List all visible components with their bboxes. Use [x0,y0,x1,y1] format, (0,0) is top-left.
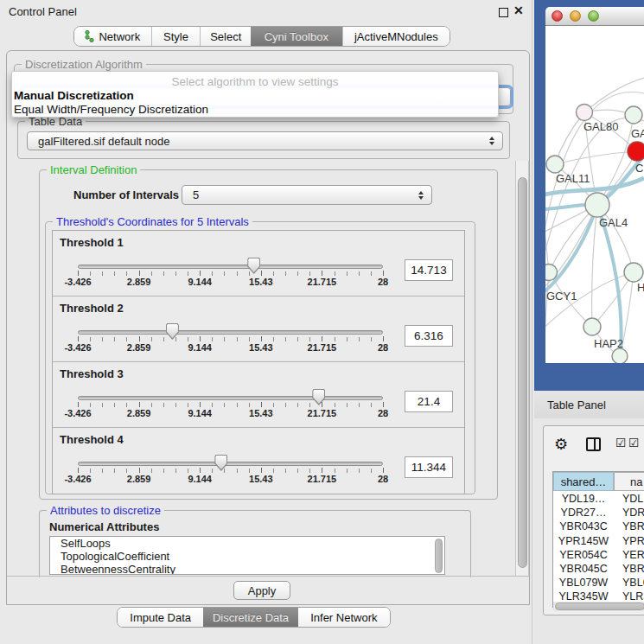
node-table: shared… na YDL19…YDL1 YDR27…YDR2 YBR043C… [552,471,644,608]
node-red[interactable] [628,142,644,161]
svg-text:H: H [637,281,644,294]
svg-text:GCY1: GCY1 [546,290,577,303]
network-icon [85,30,94,42]
number-of-intervals-label: Number of Intervals [73,188,179,201]
svg-text:C: C [635,162,643,175]
thresholds-group-label: Threshold's Coordinates for 5 Intervals [53,215,252,228]
tab-impute-data[interactable]: Impute Data [118,608,203,627]
app-root: Control Panel ✕ Network Style Select Cyn… [0,0,644,644]
discretization-algorithm-group-label: Discretization Algorithm [22,58,146,71]
tick-marks [78,469,384,473]
column-header-shared-name[interactable]: shared… [553,472,614,491]
table-panel-title: Table Panel [547,399,606,411]
tab-network-label: Network [99,30,140,43]
combo-spinner-icon [418,191,424,200]
close-icon[interactable]: ✕ [513,3,524,17]
threshold-3-value-field[interactable]: 21.4 [405,391,453,412]
threshold-3-slider-track[interactable] [78,396,383,400]
svg-text:GAL4: GAL4 [599,216,628,229]
settings-scrollbar-thumb[interactable] [518,177,527,568]
network-view-window: GAL80 GA C GAL11 GAL4 GCY1 H HAP2 [534,0,644,391]
tab-style[interactable]: Style [152,27,201,46]
network-window-titlebar[interactable] [545,7,644,26]
attributes-scrollbar-thumb[interactable] [435,539,443,573]
threshold-2-slider-track[interactable] [78,330,383,335]
combo-spinner-icon [489,137,494,145]
zoom-traffic-light[interactable] [588,10,599,22]
table-panel-header: Table Panel [534,391,644,418]
algorithm-popup: Select algorithm to view settings Manual… [11,71,499,118]
algorithm-popup-hint: Select algorithm to view settings [12,75,498,88]
checkbox-icon[interactable]: ☑ [615,436,627,450]
threshold-4-value-field[interactable]: 11.344 [405,456,453,478]
gear-icon[interactable]: ⚙ [554,435,568,454]
threshold-1-value-field[interactable]: 14.713 [405,259,453,281]
tab-jactivemnodules[interactable]: jActiveMNodules [342,27,450,46]
threshold-rows-container: Threshold 1 -3.426 2.859 9.144 15.43 21.… [52,230,465,494]
network-canvas[interactable]: GAL80 GA C GAL11 GAL4 GCY1 H HAP2 [545,26,644,363]
number-of-intervals-combo[interactable]: 5 [182,185,432,205]
tab-cyni-toolbox[interactable]: Cyni Toolbox [251,27,342,46]
apply-button[interactable]: Apply [233,581,290,600]
algorithm-option-equal-width[interactable]: Equal Width/Frequency Discretization [14,103,208,116]
table-row[interactable]: YPR145WYPR1 [553,534,644,548]
column-layout-icon[interactable] [586,437,601,451]
table-row[interactable]: YBL079WYBL0 [553,576,644,590]
node-gal4[interactable] [585,193,609,217]
tab-network[interactable]: Network [74,27,152,46]
node-gcy1[interactable] [545,265,558,281]
column-header-name[interactable]: na [614,472,644,491]
checkbox-icon[interactable]: ☑ [628,436,640,450]
table-panel-body: ⚙ ☑ ☑ shared… na YDL19…YDL1 YDR27…YDR2 Y… [534,418,644,644]
float-window-icon[interactable] [499,8,508,17]
table-data-combo-value: galFiltered.sif default node [38,135,169,148]
node-hap2[interactable] [583,318,601,335]
number-of-intervals-value: 5 [193,188,199,201]
attribute-item-topologicalcoefficient[interactable]: TopologicalCoefficient [50,550,444,563]
node-gal11[interactable] [546,156,564,173]
algorithm-option-manual[interactable]: Manual Discretization [14,89,134,102]
threshold-row-4: Threshold 4 -3.426 2.859 9.144 15.43 21.… [53,428,464,494]
settings-scrollbar[interactable] [515,161,529,576]
table-row[interactable]: YDR27…YDR2 [553,506,644,520]
threshold-1-slider-track[interactable] [78,265,383,269]
threshold-2-value-field[interactable]: 6.316 [405,325,453,347]
svg-text:HAP2: HAP2 [594,337,623,350]
threshold-4-slider-track[interactable] [78,462,383,466]
attributes-group-label: Attributes to discretize [47,504,164,517]
threshold-row-2: Threshold 2 -3.426 2.859 9.144 15.43 21.… [53,296,464,362]
table-row[interactable]: YER054CYER0 [553,548,644,562]
control-panel-title: Control Panel [9,5,77,18]
svg-text:GAL11: GAL11 [556,172,590,185]
node-bottom[interactable] [612,348,628,363]
minimize-traffic-light[interactable] [570,10,581,22]
tab-infer-network[interactable]: Infer Network [298,608,390,627]
node-h[interactable] [624,263,643,282]
table-subpanel: ⚙ ☑ ☑ shared… na YDL19…YDL1 YDR27…YDR2 Y… [543,425,644,615]
tab-select[interactable]: Select [201,27,251,46]
table-row[interactable]: YBR043CYBR0 [553,520,644,533]
table-data-group: Table Data galFiltered.sif default node [17,121,510,159]
attribute-item-selfloops[interactable]: SelfLoops [50,537,444,550]
node-top-right[interactable] [625,106,642,124]
node-gal80[interactable] [577,105,593,121]
tick-marks [78,403,384,407]
tab-discretize-data[interactable]: Discretize Data [203,608,297,627]
table-row[interactable]: YBR045CYBR0 [553,562,644,576]
threshold-row-3: Threshold 3 -3.426 2.859 9.144 15.43 21.… [53,362,464,428]
attribute-item-betweennesscentrality[interactable]: BetweennessCentrality [50,563,444,575]
svg-text:GA: GA [631,127,644,140]
close-traffic-light[interactable] [552,10,563,22]
table-row[interactable]: YDL19…YDL1 [553,492,644,506]
tick-marks [78,271,384,276]
interval-definition-group-label: Interval Definition [47,163,140,176]
tick-marks [78,337,384,341]
svg-text:GAL80: GAL80 [583,120,618,133]
table-data-combo[interactable]: galFiltered.sif default node [27,131,503,150]
table-hscrollbar-thumb[interactable] [555,603,644,610]
numerical-attributes-list: SelfLoops TopologicalCoefficient Between… [49,536,445,575]
table-rows: YDL19…YDL1 YDR27…YDR2 YBR043CYBR0 YPR145… [553,492,644,609]
table-hscrollbar[interactable] [553,602,644,611]
numerical-attributes-label: Numerical Attributes [49,520,159,533]
panel-divider[interactable] [532,0,532,644]
